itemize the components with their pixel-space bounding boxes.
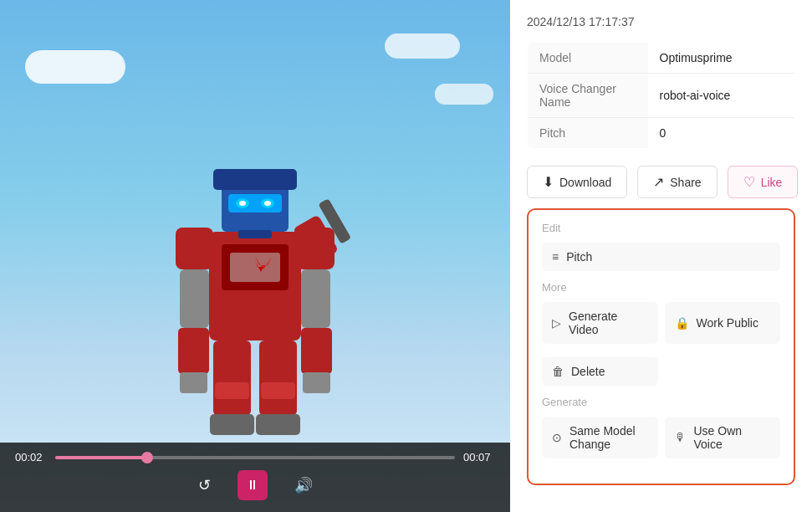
total-time: 00:07 [463, 451, 495, 463]
svg-rect-22 [259, 340, 297, 416]
generate-section-label: Generate [542, 396, 780, 408]
delete-item[interactable]: 🗑 Delete [542, 357, 658, 386]
like-label: Like [761, 176, 783, 189]
edit-panel: Edit ≡ Pitch More ▷ Generate Video 🔒 Wor… [527, 208, 795, 485]
timestamp: 2024/12/13 17:17:37 [527, 15, 795, 28]
cloud-3 [435, 84, 493, 105]
pitch-value: 0 [648, 118, 795, 149]
play-pause-button[interactable]: ⏸ [237, 470, 268, 500]
mic-icon: 🎙 [675, 431, 687, 444]
controls-row: ↺ ⏸ 🔊 [15, 470, 495, 500]
svg-rect-18 [180, 372, 207, 393]
trash-icon: 🗑 [552, 365, 564, 378]
share-label: Share [670, 176, 701, 189]
download-button[interactable]: ⬇ Download [527, 166, 627, 198]
work-public-item[interactable]: 🔒 Work Public [665, 302, 781, 344]
use-own-voice-item[interactable]: 🎙 Use Own Voice [665, 417, 781, 458]
generate-section-divider: Generate [542, 396, 780, 408]
generate-video-label: Generate Video [569, 310, 648, 336]
more-section-divider: More [542, 281, 780, 294]
more-section-label: More [542, 281, 780, 294]
pitch-icon: ≡ [552, 250, 559, 264]
model-icon: ⊙ [552, 431, 562, 444]
cloud-1 [25, 50, 125, 84]
svg-rect-15 [301, 269, 330, 328]
download-icon: ⬇ [543, 174, 554, 190]
svg-rect-24 [261, 382, 295, 399]
right-panel: 2024/12/13 17:17:37 Model Optimusprime V… [510, 0, 812, 512]
svg-rect-12 [176, 228, 213, 269]
pitch-item-label: Pitch [566, 250, 592, 264]
delete-label: Delete [571, 365, 605, 378]
video-icon: ▷ [552, 316, 561, 330]
voice-changer-row: Voice Changer Name robot-ai-voice [528, 74, 795, 118]
pitch-row: Pitch 0 [528, 118, 795, 149]
voice-changer-label: Voice Changer Name [528, 74, 648, 118]
progress-thumb [141, 452, 153, 463]
more-two-col: ▷ Generate Video 🔒 Work Public [542, 302, 780, 351]
model-label: Model [528, 43, 648, 74]
model-row: Model Optimusprime [528, 43, 795, 74]
progress-bar-container: 00:02 00:07 [15, 451, 495, 463]
svg-rect-11 [238, 230, 272, 238]
lock-icon: 🔒 [675, 316, 689, 330]
generate-video-item[interactable]: ▷ Generate Video [542, 302, 658, 344]
svg-point-9 [239, 201, 246, 206]
share-icon: ↗ [653, 174, 664, 190]
progress-fill [55, 456, 147, 459]
robot-image [0, 0, 510, 512]
download-label: Download [559, 176, 611, 189]
model-value: Optimusprime [648, 43, 795, 74]
replay-icon: ↺ [198, 476, 211, 494]
svg-rect-19 [303, 372, 330, 393]
edit-section-label: Edit [542, 222, 780, 234]
work-public-label: Work Public [697, 316, 758, 330]
svg-rect-17 [301, 328, 332, 374]
use-own-voice-label: Use Own Voice [694, 424, 771, 451]
pitch-label: Pitch [528, 118, 648, 149]
same-model-label: Same Model Change [569, 424, 648, 451]
player-controls: 00:02 00:07 ↺ ⏸ 🔊 [0, 443, 510, 512]
volume-icon: 🔊 [294, 476, 313, 494]
svg-rect-5 [213, 169, 297, 190]
same-model-item[interactable]: ⊙ Same Model Change [542, 417, 658, 458]
svg-rect-14 [180, 269, 209, 328]
like-button[interactable]: ♡ Like [728, 166, 799, 198]
action-row: ⬇ Download ↗ Share ♡ Like [527, 166, 795, 198]
svg-rect-26 [256, 414, 300, 435]
robot-figure [130, 90, 380, 466]
volume-button[interactable]: 🔊 [291, 473, 316, 498]
replay-button[interactable]: ↺ [195, 473, 214, 498]
svg-rect-16 [178, 328, 209, 374]
svg-rect-21 [213, 340, 251, 416]
svg-rect-23 [215, 382, 249, 399]
share-button[interactable]: ↗ Share [637, 166, 717, 198]
pause-icon: ⏸ [246, 478, 259, 493]
like-icon: ♡ [743, 174, 755, 190]
voice-changer-value: robot-ai-voice [648, 74, 795, 118]
svg-point-10 [264, 201, 271, 206]
pitch-item[interactable]: ≡ Pitch [542, 243, 780, 271]
video-panel: 00:02 00:07 ↺ ⏸ 🔊 [0, 0, 510, 512]
info-table: Model Optimusprime Voice Changer Name ro… [527, 42, 795, 149]
progress-track[interactable] [55, 456, 455, 459]
generate-two-col: ⊙ Same Model Change 🎙 Use Own Voice [542, 417, 780, 465]
svg-rect-2 [230, 253, 280, 282]
svg-rect-25 [210, 414, 254, 435]
current-time: 00:02 [15, 451, 47, 463]
cloud-2 [385, 33, 460, 59]
